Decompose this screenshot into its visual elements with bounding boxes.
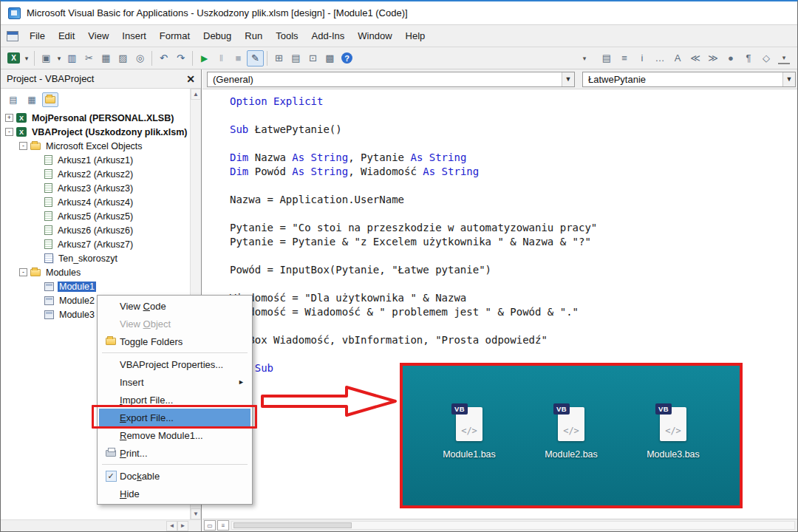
code-line[interactable]: Wiadomość = "Dla użytkownika " & Nazwa [230, 291, 797, 305]
context-menu-item-toggle-folders[interactable]: Toggle Folders [99, 332, 250, 350]
tree-row[interactable]: Ten_skoroszyt [1, 251, 190, 265]
menu-item-tools[interactable]: Tools [269, 27, 304, 45]
toolbox-icon[interactable]: ▩ [321, 50, 338, 66]
parameter-info-icon[interactable]: … [651, 50, 669, 66]
context-menu-item-vbaproject-properties[interactable]: VBAProject Properties... [99, 355, 250, 373]
insert-object-dropdown[interactable]: ▾ [55, 50, 64, 66]
menu-item-addins[interactable]: Add-Ins [305, 27, 352, 45]
list-properties-icon[interactable]: ▤ [598, 50, 615, 66]
code-line[interactable]: Option Explicit [230, 95, 797, 109]
context-menu-item-print[interactable]: Print... [99, 444, 250, 462]
object-dropdown[interactable]: (General) ▼ [207, 72, 575, 87]
view-excel-dropdown[interactable]: ▾ [22, 50, 31, 66]
menu-item-run[interactable]: Run [238, 27, 269, 45]
tree-expander[interactable]: - [19, 268, 27, 276]
chevron-down-icon[interactable]: ▼ [782, 72, 795, 86]
bookmark-icon[interactable]: ◇ [757, 50, 775, 66]
insert-object-icon[interactable]: ▣ [38, 50, 55, 66]
tree-row[interactable]: Arkusz6 (Arkusz6) [1, 223, 190, 237]
complete-word-icon[interactable]: A [669, 50, 686, 66]
scroll-up-icon[interactable]: ▲ [191, 89, 201, 100]
context-menu-item-hide[interactable]: Hide [99, 485, 250, 502]
toggle-folders-button[interactable] [42, 92, 58, 107]
code-line[interactable]: Nazwa = Application.UserName [230, 193, 797, 207]
tree-row[interactable]: -Microsoft Excel Objects [1, 139, 190, 153]
paste-icon[interactable]: ▨ [115, 50, 132, 66]
project-explorer-icon[interactable]: ⊞ [270, 50, 287, 66]
context-menu-item-dockable[interactable]: ✓Dockable [99, 467, 250, 485]
outdent-icon[interactable]: ≪ [686, 50, 704, 66]
scroll-left-icon[interactable]: ◄ [166, 521, 177, 531]
undo-icon[interactable]: ↶ [155, 50, 172, 66]
tree-row[interactable]: Arkusz1 (Arkusz1) [1, 153, 190, 167]
run-icon[interactable]: ▶ [196, 50, 213, 66]
chevron-down-icon[interactable]: ▼ [562, 72, 574, 86]
code-line[interactable] [230, 179, 797, 193]
code-line[interactable]: Sub ŁatwePytanie() [230, 123, 797, 137]
code-line[interactable] [230, 207, 797, 221]
code-line[interactable]: Pytanie = Pytanie & "z Excelem użytkowni… [230, 235, 797, 249]
toolbar-options-chevron-icon[interactable]: ▾ [778, 52, 790, 64]
menu-item-window[interactable]: Window [351, 27, 398, 45]
scroll-right-icon[interactable]: ► [177, 521, 188, 531]
properties-window-icon[interactable]: ▤ [287, 50, 304, 66]
break-icon[interactable]: ‖ [213, 50, 230, 66]
view-object-button[interactable]: ▦ [24, 92, 40, 107]
tree-row[interactable]: Arkusz5 (Arkusz5) [1, 209, 190, 223]
code-line[interactable]: Pytanie = "Co stoi na przeszkodzie w aut… [230, 221, 797, 235]
menu-item-edit[interactable]: Edit [52, 27, 81, 45]
code-line[interactable]: MsgBox Wiadomość, vbInformation, "Prosta… [230, 333, 797, 347]
desktop-file[interactable]: VB</>Module2.bas [542, 407, 601, 460]
procedure-view-button[interactable]: ▭ [204, 520, 216, 531]
context-menu-item-remove-module1[interactable]: Remove Module1... [99, 426, 250, 444]
tree-row[interactable]: -XVBAProject (Uszkodzony plik.xlsm) [1, 125, 190, 139]
desktop-file[interactable]: VB</>Module1.bas [440, 407, 499, 460]
save-icon[interactable]: ▥ [64, 50, 81, 66]
quick-info-icon[interactable]: i [633, 50, 651, 66]
scroll-down-icon[interactable]: ▼ [191, 508, 201, 519]
breakpoint-icon[interactable]: ● [722, 50, 740, 66]
toolbar-overflow-chevron-icon[interactable]: ▾ [579, 55, 590, 62]
menu-item-file[interactable]: File [23, 27, 52, 45]
code-line[interactable] [230, 277, 797, 291]
menu-item-debug[interactable]: Debug [197, 27, 238, 45]
project-panel-header[interactable]: Project - VBAProject ✕ [1, 69, 201, 89]
code-line[interactable]: Dim Nazwa As String, Pytanie As String [230, 151, 797, 165]
desktop-file[interactable]: VB</>Module3.bas [644, 407, 703, 460]
code-line[interactable] [230, 137, 797, 151]
procedure-dropdown[interactable]: ŁatwePytanie ▼ [582, 72, 796, 87]
code-line[interactable]: Wiadomość = Wiadomość & " problemem jest… [230, 305, 797, 319]
code-line[interactable] [230, 109, 797, 123]
tree-row[interactable]: +XMojPersonal (PERSONAL.XLSB) [1, 111, 190, 125]
view-code-button[interactable]: ▤ [5, 92, 21, 107]
list-constants-icon[interactable]: ≡ [615, 50, 633, 66]
copy-icon[interactable]: ▦ [98, 50, 115, 66]
tree-row[interactable]: Arkusz4 (Arkusz4) [1, 195, 190, 209]
comment-block-icon[interactable]: ¶ [740, 50, 757, 66]
tree-expander[interactable]: - [5, 128, 13, 136]
code-window-icon[interactable] [7, 31, 18, 41]
menu-item-format[interactable]: Format [153, 27, 197, 45]
object-browser-icon[interactable]: ⊡ [304, 50, 321, 66]
cut-icon[interactable]: ✂ [81, 50, 98, 66]
close-icon[interactable]: ✕ [186, 74, 195, 84]
help-icon[interactable]: ? [341, 52, 352, 64]
context-menu-item-insert[interactable]: Insert► [99, 373, 250, 391]
tree-horizontal-scrollbar[interactable]: ◄ ► [1, 519, 201, 531]
scrollbar-thumb[interactable] [233, 522, 352, 528]
tree-row[interactable]: Arkusz7 (Arkusz7) [1, 237, 190, 251]
code-line[interactable] [230, 319, 797, 333]
context-menu-item-view-code[interactable]: View Code [99, 297, 250, 315]
menu-item-insert[interactable]: Insert [115, 27, 153, 45]
menu-item-help[interactable]: Help [399, 27, 432, 45]
redo-icon[interactable]: ↷ [172, 50, 189, 66]
tree-row[interactable]: -Modules [1, 265, 190, 279]
design-mode-icon[interactable]: ✎ [247, 50, 264, 66]
code-line[interactable] [230, 249, 797, 263]
tree-row[interactable]: Arkusz3 (Arkusz3) [1, 181, 190, 195]
code-line[interactable] [230, 347, 797, 361]
view-excel-icon[interactable]: X [7, 52, 20, 64]
find-icon[interactable]: ◎ [132, 50, 149, 66]
code-line[interactable]: Powód = InputBox(Pytanie, "Łatwe pytanie… [230, 263, 797, 277]
reset-icon[interactable]: ■ [230, 50, 247, 66]
